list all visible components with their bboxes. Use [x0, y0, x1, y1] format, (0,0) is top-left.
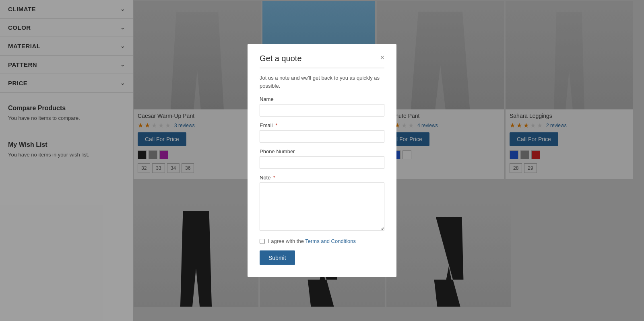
note-field-group: Note * — [260, 175, 384, 233]
name-label: Name — [260, 96, 384, 102]
email-label: Email * — [260, 122, 384, 128]
note-required-star: * — [273, 175, 275, 181]
name-field-group: Name — [260, 96, 384, 117]
modal-divider — [260, 68, 384, 68]
terms-text: I agree with the Terms and Conditions — [268, 238, 356, 244]
modal-subtitle: Jot us a note and we'll get back to you … — [260, 74, 384, 90]
note-textarea[interactable] — [260, 183, 384, 231]
email-input[interactable] — [260, 130, 384, 143]
email-field-group: Email * — [260, 122, 384, 143]
terms-row: I agree with the Terms and Conditions — [260, 238, 384, 244]
terms-link[interactable]: Terms and Conditions — [305, 238, 356, 244]
modal-title: Get a quote — [260, 54, 302, 63]
note-label: Note * — [260, 175, 384, 181]
submit-button[interactable]: Submit — [260, 251, 295, 265]
terms-checkbox[interactable] — [260, 239, 265, 244]
phone-field-group: Phone Number — [260, 148, 384, 169]
name-input[interactable] — [260, 104, 384, 117]
phone-input[interactable] — [260, 156, 384, 169]
modal-close-button[interactable]: × — [380, 54, 384, 61]
quote-modal: Get a quote × Jot us a note and we'll ge… — [248, 44, 396, 277]
email-required-star: * — [275, 122, 277, 128]
phone-label: Phone Number — [260, 148, 384, 154]
modal-header: Get a quote × — [260, 54, 384, 63]
